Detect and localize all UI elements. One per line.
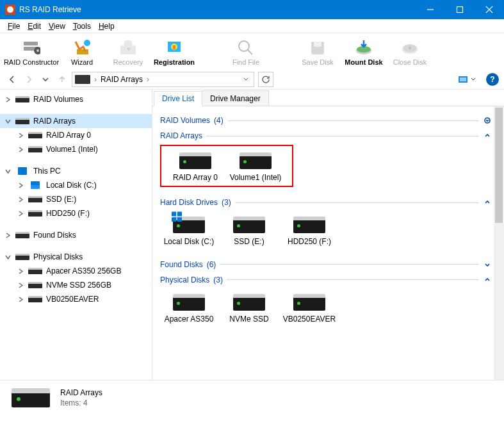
svg-rect-8 (124, 40, 132, 47)
tree-local-disk-c[interactable]: Local Disk (C:) (0, 178, 152, 192)
item-label: VB0250EAVER (283, 315, 336, 324)
tree-label: Local Disk (C:) (46, 181, 97, 190)
tree-nvme[interactable]: NVMe SSD 256GB (0, 278, 152, 292)
expand-icon[interactable] (482, 259, 492, 270)
maximize-button[interactable] (445, 0, 475, 19)
menu-file[interactable]: File (4, 20, 24, 32)
item-local-disk-c[interactable]: Local Disk (C:) (160, 215, 218, 247)
view-options-button[interactable] (454, 72, 480, 86)
section-raid-volumes[interactable]: RAID Volumes (4) (160, 115, 492, 126)
mount-disk-label: Mount Disk (345, 58, 382, 66)
tree-hdd250-f[interactable]: HDD250 (F:) (0, 206, 152, 220)
tree-found-disks[interactable]: Found Disks (0, 228, 152, 242)
address-dropdown-icon[interactable] (241, 74, 251, 85)
tab-label: Drive List (162, 94, 194, 103)
section-label: Physical Disks (160, 275, 209, 284)
item-apacer[interactable]: Apacer AS350 (160, 293, 218, 325)
tree-raid-arrays[interactable]: RAID Arrays (0, 114, 152, 128)
item-ssd-e[interactable]: SSD (E:) (220, 215, 278, 247)
section-physical-disks[interactable]: Physical Disks (3) (160, 275, 492, 285)
scrollbar-thumb[interactable] (495, 108, 503, 223)
item-nvme[interactable]: NVMe SSD (220, 293, 278, 325)
tree-this-pc[interactable]: This PC (0, 164, 152, 178)
section-hard-disk-drives[interactable]: Hard Disk Drives (3) (160, 197, 492, 208)
tree-label: Found Disks (33, 231, 76, 240)
tree-label: RAID Volumes (33, 95, 83, 104)
scrollbar[interactable] (494, 106, 504, 380)
item-raid-array-0[interactable]: RAID Array 0 (167, 151, 224, 183)
item-hdd250-f[interactable]: HDD250 (F:) (280, 215, 338, 247)
collapse-icon[interactable] (482, 275, 492, 285)
svg-point-6 (84, 40, 90, 46)
svg-rect-11 (173, 45, 175, 49)
tree-ssd-e[interactable]: SSD (E:) (0, 192, 152, 206)
main-panel: Drive List Drive Manager RAID Volumes (4… (152, 90, 504, 380)
drive-icon (293, 294, 325, 311)
expand-icon[interactable] (482, 115, 492, 126)
section-count: (3) (213, 275, 223, 284)
tab-drive-list[interactable]: Drive List (154, 91, 202, 106)
drive-icon (233, 294, 265, 311)
nav-up-button[interactable] (55, 72, 69, 86)
registration-button[interactable]: Registration (151, 37, 197, 67)
content-area: RAID Volumes (4) RAID Arrays RAID Array … (152, 106, 504, 380)
collapse-icon[interactable] (482, 131, 492, 141)
raid-constructor-button[interactable]: RAID Constructor (4, 37, 59, 67)
tree-raid-volumes[interactable]: RAID Volumes (0, 92, 152, 106)
tree-label: Apacer AS350 256GB (46, 266, 121, 275)
tree-vb0250[interactable]: VB0250EAVER (0, 292, 152, 306)
tree-label: Physical Disks (33, 252, 83, 261)
close-disk-button[interactable]: Close Disk (387, 37, 433, 67)
drive-icon (179, 152, 211, 169)
svg-rect-21 (460, 78, 466, 81)
wizard-button[interactable]: Wizard (59, 37, 105, 67)
item-vb0250[interactable]: VB0250EAVER (280, 293, 338, 325)
nav-history-button[interactable] (38, 72, 53, 86)
item-label: SSD (E:) (234, 237, 264, 246)
tree-label: SSD (E:) (46, 195, 76, 204)
nav-forward-button[interactable] (22, 72, 36, 86)
menu-help[interactable]: Help (95, 20, 118, 32)
collapse-icon[interactable] (482, 197, 492, 208)
item-label: Volume1 (Intel) (230, 173, 282, 182)
titlebar: RS RAID Retrieve (0, 0, 504, 19)
tree-label: RAID Arrays (33, 117, 76, 126)
mount-disk-button[interactable]: Mount Disk (341, 37, 387, 67)
item-volume1-intel[interactable]: Volume1 (Intel) (227, 151, 284, 183)
toolbar: RAID Constructor Wizard Recovery Registr… (0, 33, 504, 69)
breadcrumb-root[interactable]: RAID Arrays (101, 75, 143, 84)
tree-apacer[interactable]: Apacer AS350 256GB (0, 264, 152, 278)
tab-drive-manager[interactable]: Drive Manager (202, 90, 269, 106)
close-button[interactable] (475, 0, 504, 19)
svg-rect-14 (314, 42, 321, 47)
tree-raid-array-0[interactable]: RAID Array 0 (0, 128, 152, 142)
drive-icon (293, 217, 325, 233)
close-disk-icon (401, 38, 419, 56)
tree-physical-disks[interactable]: Physical Disks (0, 250, 152, 264)
item-label: Local Disk (C:) (164, 237, 215, 246)
section-raid-arrays[interactable]: RAID Arrays (160, 131, 492, 141)
drive-icon (173, 294, 205, 311)
menu-view[interactable]: View (45, 20, 69, 32)
svg-point-12 (239, 41, 249, 51)
refresh-button[interactable] (258, 72, 273, 87)
section-label: RAID Arrays (160, 131, 202, 140)
wizard-icon (73, 38, 91, 56)
save-disk-button[interactable]: Save Disk (295, 37, 341, 67)
menu-edit[interactable]: Edit (24, 20, 45, 32)
tree-label: Volume1 (Intel) (46, 145, 98, 154)
menu-tools[interactable]: Tools (69, 20, 95, 32)
tree-label: HDD250 (F:) (46, 209, 90, 218)
find-file-button[interactable]: Find File (223, 37, 269, 67)
address-bar[interactable]: › RAID Arrays › (72, 72, 254, 87)
minimize-button[interactable] (416, 0, 445, 19)
tree-volume1-intel[interactable]: Volume1 (Intel) (0, 142, 152, 156)
status-title: RAID Arrays (60, 388, 102, 397)
recovery-button[interactable]: Recovery (105, 37, 151, 67)
mount-disk-icon (355, 38, 373, 56)
nav-back-button[interactable] (5, 72, 19, 86)
registration-icon (165, 38, 183, 56)
menubar: File Edit View Tools Help (0, 19, 504, 33)
help-button[interactable]: ? (486, 73, 499, 86)
section-found-disks[interactable]: Found Disks (6) (160, 259, 492, 270)
